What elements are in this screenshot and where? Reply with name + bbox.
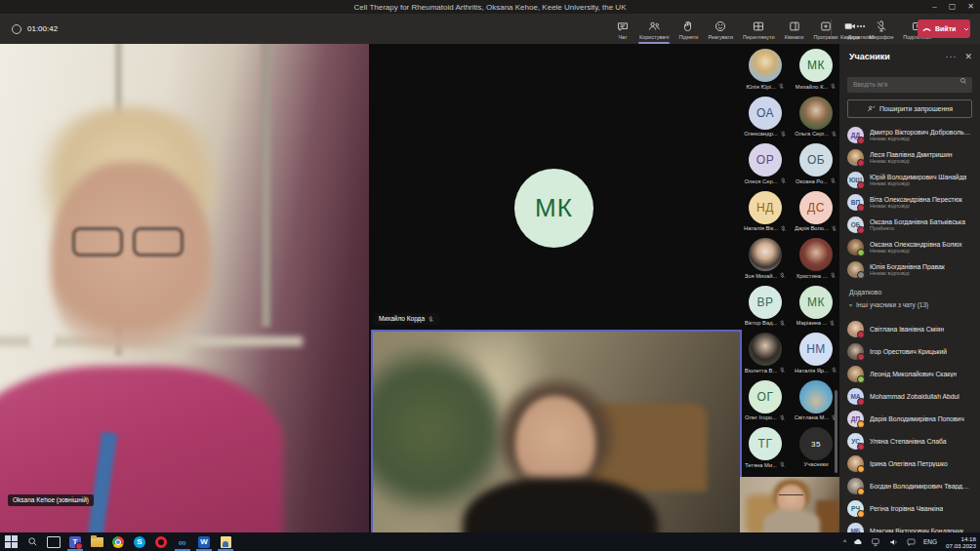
scrollbar-thumb[interactable] xyxy=(835,390,837,473)
video-thumbnail[interactable]: ОБ Оксана Ро... xyxy=(796,140,837,184)
participant-row[interactable]: Світлана Іванівна Сміян xyxy=(839,318,980,340)
leave-options-chevron[interactable] xyxy=(960,25,973,33)
start-button[interactable] xyxy=(0,532,21,551)
notification-badge xyxy=(75,542,83,550)
system-tray: ^ ENG 14:18 07.03.2023 xyxy=(843,535,980,549)
taskbar-app-blue[interactable]: ∞ xyxy=(172,532,193,551)
video-thumbnail[interactable]: НМ Наталія Яр... xyxy=(795,330,837,374)
video-thumbnail[interactable]: Світлана М... xyxy=(795,377,837,421)
participant-row[interactable]: Оксана Олександрівна Болюх Немає відпові… xyxy=(839,236,980,258)
avatar xyxy=(799,380,833,413)
taskbar-word[interactable]: W xyxy=(193,532,215,551)
chat-icon xyxy=(616,20,630,33)
panel-more-icon[interactable]: ··· xyxy=(945,52,957,61)
panel-close-icon[interactable]: ✕ xyxy=(964,52,972,61)
minimize-button[interactable]: – xyxy=(932,0,936,14)
participant-row[interactable]: ОБ Оксана Богданівна Батьківська Прийнят… xyxy=(839,214,980,236)
video-thumbnail[interactable]: Юлія Юрі... xyxy=(746,46,784,90)
avatar xyxy=(847,149,864,166)
status-dot xyxy=(857,204,865,212)
participants-button[interactable]: Користувачі xyxy=(634,15,674,44)
status-dot xyxy=(857,443,865,451)
active-speaker-video[interactable]: Аліна Іванівна Довгалюк xyxy=(371,330,742,551)
participant-row[interactable]: ВП Віта Олександрівна Перестюк Немає від… xyxy=(839,191,980,214)
participant-row[interactable]: Леся Павлівна Дмитришин Немає відповіді xyxy=(839,146,980,169)
main-speaker-video[interactable]: Oksana Kehoe (зовнішній) xyxy=(0,44,369,532)
participant-row[interactable]: МБ Максим Вікторович Бондарчук xyxy=(839,520,980,533)
mic-off-icon xyxy=(779,320,786,327)
video-thumbnail[interactable]: МК Михайло К... xyxy=(796,46,837,90)
avatar: РЧ xyxy=(847,500,864,517)
rooms-button[interactable]: Кімнати xyxy=(780,15,809,44)
taskbar-clock[interactable]: 14:18 07.03.2023 xyxy=(944,535,976,549)
participant-row[interactable]: Богдан Володимирович Твардовсь... xyxy=(839,475,980,497)
search-input[interactable] xyxy=(847,77,972,93)
mic-off-icon xyxy=(829,320,836,327)
avatar: ЮШ xyxy=(847,172,864,188)
avatar: ОР xyxy=(749,143,782,177)
chat-participants-group-toggle[interactable]: ▾ Інші учасники з чату (13) xyxy=(839,297,980,312)
mic-off-icon xyxy=(830,272,837,279)
taskbar-chrome[interactable] xyxy=(107,532,129,551)
video-thumbnail[interactable]: ТГ Тетяна Ми... xyxy=(745,424,786,468)
participant-row[interactable]: Ігор Орестович Крицький xyxy=(839,340,980,363)
taskbar-people[interactable] xyxy=(215,532,236,551)
participant-row[interactable]: ЮШ Юрій Володимирович Шанайда Немає відп… xyxy=(839,169,980,191)
video-thumbnail[interactable]: ОГ Олег Ігоро... xyxy=(745,377,786,421)
chat-participant-list: Світлана Іванівна Сміян Ігор Орестович К… xyxy=(839,318,980,533)
avatar xyxy=(847,239,864,256)
participant-row[interactable]: Леонід Миколайович Скакун xyxy=(839,363,980,385)
avatar xyxy=(847,261,864,278)
chat-button[interactable]: Чат xyxy=(611,15,634,44)
react-button[interactable]: Реагувати xyxy=(703,15,738,44)
view-button[interactable]: Переглянути xyxy=(738,15,780,44)
participant-row[interactable]: РЧ Регіна Ігорівна Чванкіна xyxy=(839,497,980,520)
speaker-icon[interactable] xyxy=(888,537,899,547)
participants-panel: Учасники ··· ✕ Поширити запрошення ДД xyxy=(839,44,980,532)
microphone-button[interactable]: Мікрофон xyxy=(864,15,898,44)
taskbar-file-explorer[interactable] xyxy=(86,532,107,551)
self-view-video[interactable] xyxy=(740,477,841,532)
video-thumbnail[interactable]: Ольга Серг... xyxy=(795,94,837,138)
chevron-down-icon: ▾ xyxy=(849,301,852,308)
language-indicator[interactable]: ENG xyxy=(923,538,937,545)
video-thumbnail[interactable]: ДС Дарія Воло... xyxy=(795,188,837,232)
video-thumbnail[interactable]: МК Маріанна ... xyxy=(796,283,837,327)
video-thumbnail[interactable]: ВР Віктор Вад... xyxy=(745,283,787,327)
video-thumbnail[interactable]: ОА Олександр... xyxy=(744,94,786,138)
people-icon xyxy=(647,20,661,33)
raise-hand-button[interactable]: Підняти xyxy=(674,15,703,44)
share-invite-button[interactable]: Поширити запрошення xyxy=(847,99,972,118)
participant-row[interactable]: Ірина Олегівна Петрушко xyxy=(839,453,980,475)
taskbar-skype[interactable]: S xyxy=(129,532,150,551)
big-avatar[interactable]: МК xyxy=(514,169,593,248)
participant-row[interactable]: УС Уляна Степанівна Слаба xyxy=(839,430,980,453)
floating-speaker-label: Михайло Корда xyxy=(374,313,439,325)
video-thumbnail[interactable]: Віолетта В... xyxy=(745,330,786,374)
leave-button[interactable]: Вийти xyxy=(918,20,970,38)
network-icon[interactable] xyxy=(871,537,881,547)
participant-row[interactable]: ДП Дарія Володимирівна Попович xyxy=(839,408,980,430)
status-dot xyxy=(857,353,865,361)
video-thumbnail[interactable]: Христина ... xyxy=(796,235,837,279)
taskbar-search-button[interactable] xyxy=(21,532,43,551)
close-button[interactable]: ✕ xyxy=(967,0,974,14)
video-thumbnail[interactable]: 35 Учасники xyxy=(799,424,833,467)
task-view-button[interactable] xyxy=(43,532,64,551)
raise-hand-icon xyxy=(681,20,695,33)
taskbar-opera[interactable] xyxy=(150,532,172,551)
participant-row[interactable]: MA Mohammad Zobaidullah Abdul xyxy=(839,385,980,408)
participant-row[interactable]: Юлія Богданівна Правак Немає відповіді xyxy=(839,258,980,281)
taskbar-teams[interactable]: T xyxy=(64,532,86,551)
status-dot xyxy=(857,375,865,383)
maximize-button[interactable]: ▢ xyxy=(949,0,957,14)
participant-row[interactable]: ДД Дмитро Вікторович Добровольськ... Нем… xyxy=(839,124,980,146)
video-thumbnail[interactable]: Зоя Михай... xyxy=(745,235,787,279)
video-thumbnail[interactable]: НД Наталія Вік... xyxy=(744,188,787,232)
camera-button[interactable]: Камера xyxy=(836,15,864,44)
onedrive-cloud-icon[interactable] xyxy=(853,537,864,546)
notification-chat-icon[interactable] xyxy=(906,537,917,547)
status-dot xyxy=(857,249,865,256)
video-thumbnail[interactable]: ОР Олеся Сер... xyxy=(744,140,786,184)
tray-chevron-icon[interactable]: ^ xyxy=(843,538,846,545)
